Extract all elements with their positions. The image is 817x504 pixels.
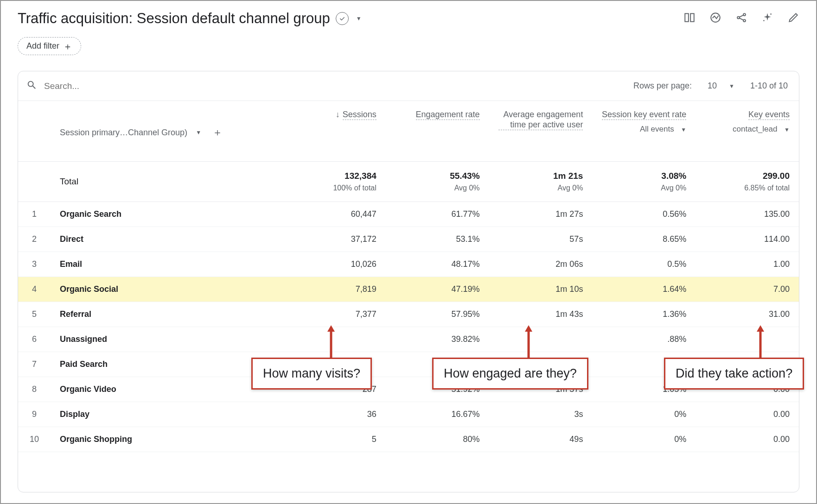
avg-time-cell: 1m 10s (489, 277, 593, 302)
channel-cell[interactable]: Referral (51, 302, 282, 327)
sessions-cell: 7,377 (282, 302, 386, 327)
page-range: 1-10 of 10 (750, 81, 788, 91)
key-rate-cell: 0.5% (592, 252, 696, 277)
row-index: 5 (18, 302, 51, 327)
key-events-cell: 0.00 (696, 427, 799, 452)
engagement-cell: 53.1% (386, 227, 489, 252)
row-index: 1 (18, 202, 51, 227)
sparkle-icon[interactable] (761, 12, 773, 25)
key-events-cell: 114.00 (696, 227, 799, 252)
search-icon (26, 80, 37, 92)
avg-time-cell: 49s (489, 427, 593, 452)
svg-line-6 (740, 15, 744, 17)
compare-icon[interactable] (683, 12, 696, 25)
engagement-cell: 80% (386, 427, 489, 452)
key-rate-cell: 0% (592, 402, 696, 427)
sessions-cell: 7,819 (282, 277, 386, 302)
svg-point-3 (737, 17, 740, 19)
key-rate-cell: 1.64% (592, 277, 696, 302)
svg-line-11 (33, 86, 36, 89)
key-rate-cell: 0% (592, 427, 696, 452)
sessions-cell: 10,026 (282, 252, 386, 277)
key-events-header[interactable]: Key events contact_lead ▼ (696, 101, 799, 161)
totals-label: Total (60, 176, 78, 186)
key-rate-cell: 8.65% (592, 227, 696, 252)
chevron-down-icon: ▼ (729, 83, 734, 89)
verified-badge[interactable] (336, 12, 349, 25)
key-events-cell: 1.00 (696, 252, 799, 277)
table-row[interactable]: 5Referral7,37757.95%1m 43s1.36%31.00 (18, 302, 799, 327)
channel-cell[interactable]: Organic Social (51, 277, 282, 302)
session-key-event-rate-header[interactable]: Session key event rate All events ▼ (592, 101, 696, 161)
engagement-cell: 47.19% (386, 277, 489, 302)
edit-icon[interactable] (787, 12, 799, 25)
avg-engagement-time-header[interactable]: Average engagement time per active user (489, 101, 593, 161)
avg-time-cell: 57s (489, 227, 593, 252)
engagement-cell: 48.17% (386, 252, 489, 277)
page-title: Traffic acquisition: Session default cha… (18, 10, 330, 27)
table-row[interactable]: 4Organic Social7,81947.19%1m 10s1.64%7.0… (18, 277, 799, 302)
engagement-cell: 39.82% (386, 327, 489, 352)
row-index: 6 (18, 327, 51, 352)
table-row[interactable]: 6Unassigned39.82%.88% (18, 327, 799, 352)
channel-cell[interactable]: Organic Video (51, 377, 282, 402)
table-row[interactable]: 3Email10,02648.17%2m 06s0.5%1.00 (18, 252, 799, 277)
sort-desc-icon: ↓ (336, 110, 340, 119)
report-table: Session primary…Channel Group) ▼ ＋ ↓Sess… (18, 101, 799, 452)
title-dropdown-icon[interactable]: ▼ (356, 15, 362, 22)
channel-cell[interactable]: Email (51, 252, 282, 277)
svg-line-7 (740, 18, 744, 20)
table-row[interactable]: 9Display3616.67%3s0%0.00 (18, 402, 799, 427)
table-row[interactable]: 1Organic Search60,44761.77%1m 27s0.56%13… (18, 202, 799, 227)
avg-time-cell: 1m 43s (489, 302, 593, 327)
engagement-cell: 16.67% (386, 402, 489, 427)
rows-per-page-label: Rows per page: (633, 81, 692, 91)
key-rate-cell: .88% (592, 327, 696, 352)
key-events-cell: 7.00 (696, 277, 799, 302)
report-card: Rows per page: 10 ▼ 1-10 of 10 Session p… (18, 71, 799, 492)
row-index: 3 (18, 252, 51, 277)
sessions-cell (282, 327, 386, 352)
dimension-header[interactable]: Session primary…Channel Group) (60, 127, 187, 138)
avg-time-cell (489, 327, 593, 352)
sessions-cell: 37,172 (282, 227, 386, 252)
key-events-cell: 0.00 (696, 402, 799, 427)
table-row[interactable]: 10Organic Shopping580%49s0%0.00 (18, 427, 799, 452)
row-index: 10 (18, 427, 51, 452)
channel-cell[interactable]: Organic Search (51, 202, 282, 227)
row-index: 7 (18, 352, 51, 377)
svg-point-5 (743, 19, 746, 22)
annotation-engaged: How engaged are they? (432, 358, 588, 390)
share-icon[interactable] (735, 12, 747, 25)
channel-cell[interactable]: Direct (51, 227, 282, 252)
avg-time-cell: 1m 27s (489, 202, 593, 227)
sessions-header[interactable]: ↓Sessions (282, 101, 386, 161)
engagement-cell: 57.95% (386, 302, 489, 327)
key-events-cell (696, 327, 799, 352)
search-input[interactable] (43, 81, 633, 92)
sessions-cell: 5 (282, 427, 386, 452)
annotation-action: Did they take action? (664, 358, 804, 390)
channel-cell[interactable]: Display (51, 402, 282, 427)
channel-cell[interactable]: Paid Search (51, 352, 282, 377)
row-index: 8 (18, 377, 51, 402)
key-events-cell: 31.00 (696, 302, 799, 327)
avg-time-cell: 3s (489, 402, 593, 427)
key-events-cell: 135.00 (696, 202, 799, 227)
row-index: 2 (18, 227, 51, 252)
avg-time-cell: 2m 06s (489, 252, 593, 277)
svg-point-4 (743, 13, 746, 16)
chevron-down-icon[interactable]: ▼ (196, 129, 201, 136)
svg-point-9 (763, 20, 765, 21)
rows-per-page-select[interactable]: 10 ▼ (708, 81, 734, 91)
add-filter-chip[interactable]: Add filter ＋ (18, 37, 81, 55)
engagement-rate-header[interactable]: Engagement rate (386, 101, 489, 161)
add-dimension-button[interactable]: ＋ (212, 126, 223, 139)
add-filter-label: Add filter (26, 41, 59, 51)
key-rate-cell: 0.56% (592, 202, 696, 227)
table-row[interactable]: 2Direct37,17253.1%57s8.65%114.00 (18, 227, 799, 252)
channel-cell[interactable]: Unassigned (51, 327, 282, 352)
channel-cell[interactable]: Organic Shopping (51, 427, 282, 452)
insights-icon[interactable] (709, 12, 721, 25)
engagement-cell: 61.77% (386, 202, 489, 227)
